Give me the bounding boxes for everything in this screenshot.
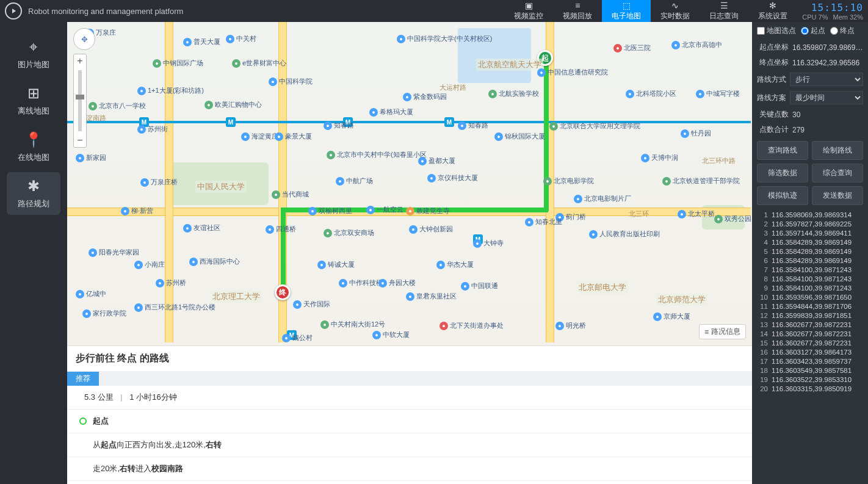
poi-label: ●北京电影学院 <box>543 176 594 186</box>
btn-simulate[interactable]: 模拟轨迹 <box>757 186 808 205</box>
poi-icon: ● <box>378 279 387 287</box>
coord-row[interactable]: 5116.3584289,39.9869149 <box>756 247 864 256</box>
poi-icon: ● <box>626 90 634 98</box>
coord-row[interactable]: 12116.3599839,39.9871851 <box>756 311 864 320</box>
poi-icon: ● <box>589 230 598 239</box>
poi-icon: ● <box>140 178 149 187</box>
topnav-item[interactable]: ∿实时数据 <box>651 0 700 22</box>
radio-map-point[interactable]: 地图选点 <box>757 26 796 36</box>
poi-icon: ● <box>324 229 332 237</box>
coord-row[interactable]: 19116.3603522,39.9853310 <box>756 375 864 384</box>
map-container[interactable]: M M M M M M 起 终 ●万泉庄●普天大厦●中关村●中钢国际广场●e世界… <box>67 22 752 345</box>
map-pan-control[interactable] <box>73 28 95 50</box>
poi-label: ●万泉庄桥 <box>140 178 178 187</box>
poi-label: ●舟园大楼 <box>378 278 416 287</box>
topnav-item[interactable]: ☰日志查询 <box>700 0 748 22</box>
directions-origin: 起点 <box>67 409 752 433</box>
poi-icon: ● <box>662 177 671 186</box>
traffic-button[interactable]: ≡ 路况信息 <box>699 324 746 339</box>
poi-icon: ● <box>275 132 283 141</box>
nav-label: 系统设置 <box>758 11 787 21</box>
topnav-item[interactable]: ⬚电子地图 <box>602 0 651 22</box>
poi-label: ●新家园 <box>76 153 106 162</box>
tab-recommended[interactable]: 推荐 <box>67 372 99 386</box>
app-subtitle: Robot monitoring and management platform <box>28 7 183 16</box>
poi-icon: ● <box>696 90 704 98</box>
nav-label: 电子地图 <box>612 11 641 21</box>
coord-row[interactable]: 14116.3602677,39.9872231 <box>756 329 864 338</box>
coord-list[interactable]: 1116.3598069,39.98693142116.3597827,39.9… <box>752 209 868 484</box>
radio-start[interactable]: 起点 <box>801 26 825 36</box>
end-coord-value: 116.32942,39.96586 <box>792 59 863 67</box>
poi-icon: ● <box>369 108 378 117</box>
clock: 15:15:10 <box>811 2 863 13</box>
coord-row[interactable]: 1116.3598069,39.9869314 <box>756 210 864 219</box>
btn-comprehensive[interactable]: 综合查询 <box>812 164 863 182</box>
route-plan-select[interactable]: 最少时间 <box>790 91 863 104</box>
zoom-handle[interactable] <box>76 95 84 99</box>
poi-label: ●双榆树西里 <box>308 206 352 215</box>
coord-row[interactable]: 8116.3584100,39.9871243 <box>756 274 864 283</box>
poi-label: ●北京市高德中 <box>671 40 722 49</box>
poi-label: 北三环中路 <box>702 156 736 165</box>
coord-row[interactable]: 15116.3602677,39.9872231 <box>756 338 864 347</box>
map-canvas[interactable]: M M M M M M 起 终 ●万泉庄●普天大厦●中关村●中钢国际广场●e世界… <box>67 22 752 345</box>
map-zoom-control[interactable]: + − <box>73 54 87 148</box>
zoom-in-button[interactable]: + <box>74 54 86 68</box>
poi-label: ●中国科学院大学(中关村校区) <box>397 34 492 43</box>
sidebar-item[interactable]: ⊞离线地图 <box>7 79 60 122</box>
poi-icon: ● <box>494 132 503 141</box>
coord-row[interactable]: 20116.3603315,39.9850919 <box>756 384 864 393</box>
poi-icon: ● <box>134 261 143 269</box>
poi-label: ●欧美汇购物中心 <box>204 100 262 109</box>
sidebar-item[interactable]: ⌖图片地图 <box>7 33 60 76</box>
coord-row[interactable]: 17116.3603423,39.9859737 <box>756 356 864 366</box>
poi-icon: ● <box>549 122 558 131</box>
btn-query-route[interactable]: 查询路线 <box>757 141 808 160</box>
radio-end[interactable]: 终点 <box>830 26 855 36</box>
direction-step: 走20米,右转进入校园南路 <box>67 457 752 480</box>
key-points-label: 关键点数 <box>757 109 789 120</box>
poi-icon: ● <box>241 132 250 141</box>
poi-label: ●西三环北路1号院办公楼 <box>134 303 215 312</box>
poi-label: ●北科塔院小区 <box>626 89 676 98</box>
coord-row[interactable]: 16116.3603127,39.9864173 <box>756 347 864 356</box>
sidebar-item[interactable]: ✱路径规划 <box>7 172 60 215</box>
poi-icon: ● <box>671 41 680 49</box>
poi-icon: ● <box>406 292 414 301</box>
topnav-item[interactable]: ▣视频监控 <box>504 0 553 22</box>
route-mode-select[interactable]: 步行 <box>790 73 863 86</box>
coord-row[interactable]: 13116.3602677,39.9872231 <box>756 320 864 329</box>
logo-icon <box>5 2 22 20</box>
sidebar-icon: ⌖ <box>29 38 38 56</box>
poi-label: ●中国信息通信研究院 <box>537 68 608 77</box>
zoom-out-button[interactable]: − <box>74 134 86 147</box>
zoom-track[interactable] <box>78 70 82 131</box>
coord-row[interactable]: 11116.3594844,39.9871706 <box>756 302 864 311</box>
coord-row[interactable]: 3116.3597144,39.9869411 <box>756 228 864 237</box>
poi-label: ●西海国际中心 <box>189 257 240 266</box>
poi-label: ●皇君东里社区 <box>406 292 457 301</box>
btn-draw-route[interactable]: 绘制路线 <box>812 141 863 160</box>
coord-row[interactable]: 10116.3593596,39.9871650 <box>756 292 864 302</box>
route-duration: 1 小时16分钟 <box>129 392 176 402</box>
poi-icon: ● <box>461 282 469 291</box>
total-points-value: 279 <box>792 126 863 134</box>
btn-send-data[interactable]: 发送数据 <box>812 186 863 205</box>
poi-icon: ● <box>714 215 723 223</box>
coord-row[interactable]: 18116.3603549,39.9857581 <box>756 366 864 375</box>
nav-icon: ≡ <box>575 1 580 10</box>
poi-label: ●中软大厦 <box>372 330 410 339</box>
coord-row[interactable]: 9116.3584100,39.9871243 <box>756 283 864 292</box>
poi-label: ●友谊社区 <box>183 223 220 233</box>
poi-icon: ● <box>574 195 582 203</box>
coord-row[interactable]: 2116.3597827,39.9869225 <box>756 219 864 228</box>
coord-row[interactable]: 7116.3584100,39.9871243 <box>756 265 864 274</box>
topnav-item[interactable]: ✻系统设置 <box>748 0 797 22</box>
topnav-item[interactable]: ≡视频回放 <box>553 0 602 22</box>
coord-row[interactable]: 6116.3584289,39.9869149 <box>756 256 864 265</box>
coord-row[interactable]: 4116.3584289,39.9869149 <box>756 237 864 247</box>
direction-step: 沿校园南路走160米,左转进入学院路辅路 <box>67 480 752 484</box>
sidebar-item[interactable]: 📍在线地图 <box>7 126 60 168</box>
btn-filter-data[interactable]: 筛选数据 <box>757 164 808 182</box>
